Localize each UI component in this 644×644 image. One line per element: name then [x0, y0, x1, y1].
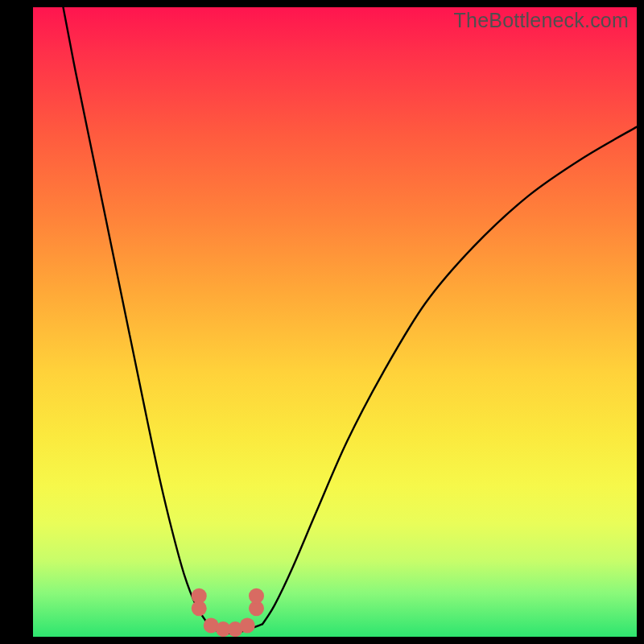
curve-group	[64, 7, 638, 637]
trough-marker	[240, 617, 255, 633]
left-branch-path	[64, 7, 208, 624]
outer-frame: TheBottleneck.com	[0, 0, 644, 644]
bottleneck-curve	[33, 7, 637, 637]
plot-area: TheBottleneck.com	[33, 7, 637, 637]
trough-marker	[249, 588, 264, 604]
right-branch-path	[262, 127, 637, 625]
trough-marker	[192, 601, 207, 616]
